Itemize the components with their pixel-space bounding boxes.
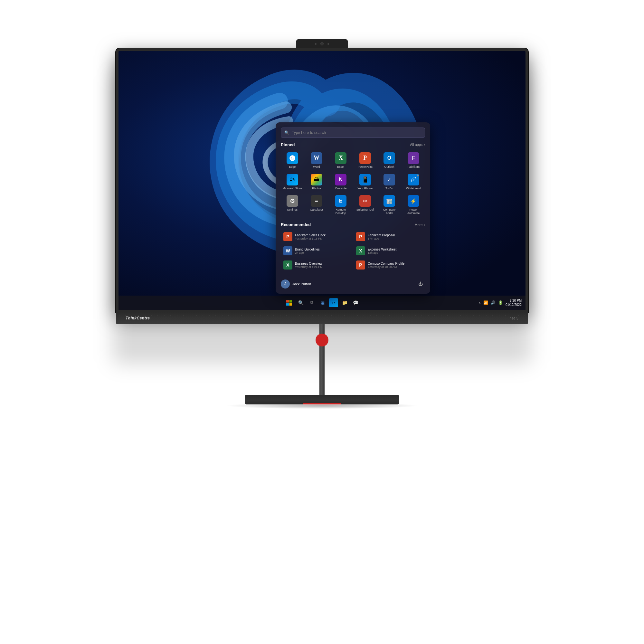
wifi-icon[interactable]: 📶 <box>483 300 488 305</box>
fabrikam-proposal-title: Fabrikam Proposal <box>368 233 422 237</box>
outlook-label: Outlook <box>384 165 394 169</box>
user-name: Jack Purton <box>292 282 311 286</box>
business-overview-title: Business Overview <box>295 262 350 265</box>
taskbar-widgets-button[interactable]: ▦ <box>318 298 327 307</box>
rec-fabrikam-proposal[interactable]: P Fabrikam Proposal 17m ago <box>354 230 425 243</box>
todo-label: To Do <box>385 187 393 190</box>
contoso-company-profile-time: Yesterday at 10:50 AM <box>368 265 422 269</box>
app-whiteboard[interactable]: 🖊 Whiteboard <box>402 172 425 192</box>
taskbar-search-button[interactable]: 🔍 <box>296 298 305 307</box>
app-powerpoint[interactable]: P PowerPoint <box>354 150 376 171</box>
company-portal-label: Company Portal <box>379 208 399 215</box>
app-your-phone[interactable]: 📱 Your Phone <box>354 172 376 192</box>
taskbar-edge-button[interactable]: e <box>329 298 338 307</box>
screen: 🔍 Type here to search Pinned All apps › <box>118 51 526 310</box>
fabrikam-icon: F <box>408 152 419 164</box>
app-company-portal[interactable]: 🏢 Company Portal <box>378 193 401 217</box>
app-edge[interactable]: Edge <box>281 150 304 171</box>
recommended-label: Recommended <box>281 222 311 227</box>
excel-icon: X <box>335 152 346 164</box>
search-bar[interactable]: 🔍 Type here to search <box>281 128 425 138</box>
rec-business-overview[interactable]: X Business Overview Yesterday at 4:24 PM <box>281 259 352 271</box>
camera-bump <box>296 39 348 48</box>
app-word[interactable]: W Word <box>305 150 328 171</box>
powerpoint-icon: P <box>359 152 371 164</box>
calculator-icon: = <box>311 195 322 207</box>
brand-guidelines-info: Brand Guidelines 2h ago <box>295 248 350 254</box>
recommended-section-header: Recommended More › <box>281 222 425 227</box>
app-snipping-tool[interactable]: ✂ Snipping Tool <box>354 193 376 217</box>
settings-label: Settings <box>287 208 298 212</box>
calculator-label: Calculator <box>310 208 323 212</box>
whiteboard-dot <box>417 175 419 176</box>
fabrikam-proposal-icon: P <box>356 232 365 241</box>
power-button[interactable]: ⏻ <box>416 279 425 289</box>
business-overview-icon: X <box>283 260 292 270</box>
business-overview-time: Yesterday at 4:24 PM <box>295 265 350 269</box>
onenote-icon: N <box>335 174 346 185</box>
camera-led <box>315 43 317 45</box>
taskbar-file-explorer-button[interactable]: 📁 <box>340 298 349 307</box>
all-apps-link[interactable]: All apps › <box>410 143 425 147</box>
taskbar-date: 01/12/2022 <box>506 303 522 307</box>
edge-label: Edge <box>289 165 296 169</box>
monitor-bottom-bezel: ThinkCentre neo 5 <box>116 312 528 324</box>
brand-guidelines-time: 2h ago <box>295 251 350 254</box>
stand-red-accent <box>316 334 328 346</box>
more-link[interactable]: More › <box>414 223 425 227</box>
pinned-label: Pinned <box>281 142 295 147</box>
fabrikam-sales-deck-time: Yesterday at 1:15 PM <box>295 237 350 240</box>
contoso-company-profile-info: Contoso Company Profile Yesterday at 10:… <box>368 262 422 269</box>
start-menu-footer: J Jack Purton ⏻ <box>281 276 425 289</box>
rec-brand-guidelines[interactable]: W Brand Guidelines 2h ago <box>281 244 352 257</box>
battery-icon[interactable]: 🔋 <box>498 300 503 305</box>
your-phone-icon: 📱 <box>359 174 371 185</box>
app-excel[interactable]: X Excel <box>329 150 352 171</box>
stand-base-red-stripe <box>303 403 341 404</box>
pinned-section-header: Pinned All apps › <box>281 142 425 147</box>
taskbar-time: 2:30 PM <box>506 298 522 303</box>
tray-chevron-icon[interactable]: ∧ <box>478 301 481 305</box>
microsoft-store-icon: 🛍 <box>287 174 298 185</box>
app-settings[interactable]: ⚙ Settings <box>281 193 304 217</box>
taskbar-task-view-button[interactable]: ⧉ <box>307 298 316 307</box>
pinned-apps-grid: Edge W Word X Excel P PowerPoint <box>281 150 425 217</box>
word-label: Word <box>313 165 320 169</box>
expense-worksheet-title: Expense Worksheet <box>368 248 422 251</box>
onenote-label: OneNote <box>335 187 346 190</box>
whiteboard-label: Whiteboard <box>406 187 421 190</box>
app-calculator[interactable]: = Calculator <box>305 193 328 217</box>
fabrikam-label: Fabrikam <box>408 165 420 169</box>
fabrikam-sales-deck-icon: P <box>283 232 292 241</box>
app-onenote[interactable]: N OneNote <box>329 172 352 192</box>
settings-icon: ⚙ <box>287 195 298 207</box>
contoso-company-profile-icon: P <box>356 260 365 270</box>
app-microsoft-store[interactable]: 🛍 Microsoft Store <box>281 172 304 192</box>
rec-fabrikam-sales-deck[interactable]: P Fabrikam Sales Deck Yesterday at 1:15 … <box>281 230 352 243</box>
app-fabrikam[interactable]: F Fabrikam <box>402 150 425 171</box>
app-todo[interactable]: ✓ To Do <box>378 172 401 192</box>
taskbar-teams-button[interactable]: 💬 <box>351 298 360 307</box>
bezel-texture <box>116 312 528 324</box>
windows-start-button[interactable] <box>284 298 294 308</box>
expense-worksheet-time: 12h ago <box>368 251 422 254</box>
app-outlook[interactable]: O Outlook <box>378 150 401 171</box>
microsoft-store-label: Microsoft Store <box>282 187 302 190</box>
app-remote-desktop[interactable]: 🖥 Remote Desktop <box>329 193 352 217</box>
excel-label: Excel <box>337 165 344 169</box>
app-power-automate[interactable]: ⚡ Power Automate <box>402 193 425 217</box>
power-automate-icon: ⚡ <box>408 195 419 207</box>
sound-icon[interactable]: 🔊 <box>491 300 496 305</box>
rec-expense-worksheet[interactable]: X Expense Worksheet 12h ago <box>354 244 425 257</box>
search-icon: 🔍 <box>284 130 289 135</box>
user-info[interactable]: J Jack Purton <box>281 279 311 289</box>
fabrikam-sales-deck-title: Fabrikam Sales Deck <box>295 233 350 237</box>
rec-contoso-company-profile[interactable]: P Contoso Company Profile Yesterday at 1… <box>354 259 425 271</box>
power-automate-label: Power Automate <box>403 208 424 215</box>
photos-icon: 🏔 <box>311 174 322 185</box>
app-photos[interactable]: 🏔 Photos <box>305 172 328 192</box>
taskbar-center-icons: 🔍 ⧉ ▦ e 📁 💬 <box>284 298 360 308</box>
expense-worksheet-icon: X <box>356 246 365 255</box>
svg-rect-3 <box>286 300 289 303</box>
taskbar-time-date[interactable]: 2:30 PM 01/12/2022 <box>506 298 522 307</box>
